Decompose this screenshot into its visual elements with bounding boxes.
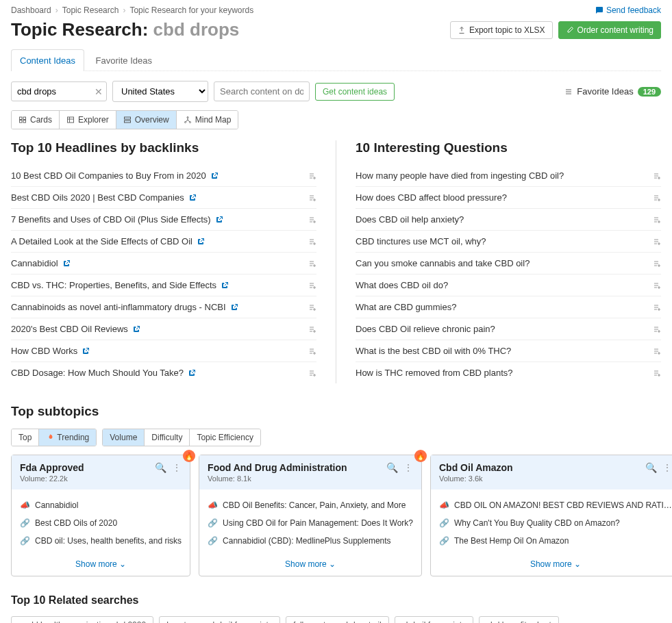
question-text: How many people have died from ingesting… <box>356 170 564 181</box>
more-icon[interactable]: ⋮ <box>662 462 672 473</box>
add-to-list-icon[interactable] <box>308 194 316 202</box>
related-search-chip[interactable]: cbd oil for anxiety <box>395 616 473 623</box>
add-to-list-icon[interactable] <box>308 281 316 290</box>
search-icon[interactable]: 🔍 <box>645 462 657 473</box>
headline-link[interactable]: Cannabinoids as novel anti-inflammatory … <box>11 302 226 312</box>
svg-rect-4 <box>68 117 74 123</box>
card-item[interactable]: 🔗CBD oil: Uses, health benefits, and ris… <box>20 532 182 550</box>
add-to-list-icon[interactable] <box>653 194 661 202</box>
question-item: How many people have died from ingesting… <box>356 165 661 187</box>
related-search-chip[interactable]: cbd benefits chart <box>479 616 559 623</box>
card-title: Cbd Oil Amazon <box>439 462 513 473</box>
questions-title: 10 Interesting Questions <box>356 140 661 155</box>
send-feedback-link[interactable]: Send feedback <box>595 5 661 15</box>
question-item: What are CBD gummies? <box>356 296 661 318</box>
megaphone-icon: 📣 <box>439 500 449 510</box>
add-to-list-icon[interactable] <box>653 238 661 246</box>
add-to-list-icon[interactable] <box>653 172 661 180</box>
get-content-ideas-button[interactable]: Get content ideas <box>315 83 395 101</box>
svg-rect-0 <box>20 117 23 120</box>
add-to-list-icon[interactable] <box>308 172 316 180</box>
add-to-list-icon[interactable] <box>308 216 316 224</box>
card-item[interactable]: 📣Cannabidiol <box>20 496 182 514</box>
more-icon[interactable]: ⋮ <box>403 462 413 473</box>
filter-trending[interactable]: Trending <box>39 429 96 446</box>
headline-link[interactable]: 10 Best CBD Oil Companies to Buy From in… <box>11 170 206 181</box>
edit-icon <box>566 26 574 34</box>
crumb-dashboard[interactable]: Dashboard <box>11 5 51 15</box>
add-to-list-icon[interactable] <box>653 347 661 355</box>
headline-item: A Detailed Look at the Side Effects of C… <box>11 231 316 253</box>
svg-rect-1 <box>23 117 26 120</box>
headline-item: CBD vs. THC: Properties, Benefits, and S… <box>11 275 316 296</box>
related-search-chip[interactable]: world health organization cbd 2020 <box>11 616 153 623</box>
headline-link[interactable]: CBD Dosage: How Much Should You Take? <box>11 368 184 378</box>
headline-item: 10 Best CBD Oil Companies to Buy From in… <box>11 165 316 187</box>
question-item: What is the best CBD oil with 0% THC? <box>356 340 661 362</box>
external-link-icon <box>215 216 223 224</box>
show-more-button[interactable]: Show more ⌄ <box>12 554 190 576</box>
link-icon: 🔗 <box>439 518 449 528</box>
question-text: Can you smoke cannabis and take CBD oil? <box>356 258 530 268</box>
tab-content-ideas[interactable]: Content Ideas <box>11 49 84 71</box>
add-to-list-icon[interactable] <box>308 369 316 377</box>
headline-link[interactable]: A Detailed Look at the Side Effects of C… <box>11 236 192 246</box>
add-to-list-icon[interactable] <box>308 238 316 246</box>
more-icon[interactable]: ⋮ <box>172 462 182 473</box>
add-to-list-icon[interactable] <box>653 259 661 268</box>
country-select[interactable]: United States <box>112 81 208 102</box>
view-overview[interactable]: Overview <box>116 111 177 129</box>
headline-link[interactable]: Best CBD Oils 2020 | Best CBD Companies <box>11 192 184 203</box>
filter-volume[interactable]: Volume <box>103 429 145 446</box>
view-explorer[interactable]: Explorer <box>60 111 116 129</box>
filter-efficiency[interactable]: Topic Efficiency <box>190 429 260 446</box>
card-item[interactable]: 📣CBD Oil Benefits: Cancer, Pain, Anxiety… <box>208 496 413 514</box>
related-title: Top 10 Related searches <box>11 594 661 607</box>
svg-point-7 <box>187 117 188 118</box>
add-to-list-icon[interactable] <box>308 259 316 268</box>
link-icon: 🔗 <box>439 536 449 546</box>
card-item[interactable]: 📣CBD OIL ON AMAZON! BEST CBD REVIEWS AND… <box>439 496 672 514</box>
card-item[interactable]: 🔗Using CBD Oil for Pain Management: Does… <box>208 514 413 532</box>
headline-link[interactable]: 7 Benefits and Uses of CBD Oil (Plus Sid… <box>11 214 211 225</box>
clear-keyword-icon[interactable]: ✕ <box>95 86 103 97</box>
add-to-list-icon[interactable] <box>653 303 661 312</box>
card-item[interactable]: 🔗Why Can't You Buy Quality CBD on Amazon… <box>439 514 672 532</box>
add-to-list-icon[interactable] <box>653 216 661 224</box>
headline-link[interactable]: CBD vs. THC: Properties, Benefits, and S… <box>11 280 216 290</box>
related-search-chip[interactable]: full spectrum cbd mct oil <box>286 616 389 623</box>
view-mindmap[interactable]: Mind Map <box>177 111 238 129</box>
domain-search-input[interactable] <box>214 81 310 101</box>
keyword-input[interactable] <box>11 81 107 101</box>
add-to-list-icon[interactable] <box>653 369 661 377</box>
question-item: Does CBD oil help anxiety? <box>356 209 661 231</box>
external-link-icon <box>197 238 205 246</box>
add-to-list-icon[interactable] <box>308 347 316 355</box>
filter-top[interactable]: Top <box>12 429 39 446</box>
card-item[interactable]: 🔗Best CBD Oils of 2020 <box>20 514 182 532</box>
headline-link[interactable]: 2020's Best CBD Oil Reviews <box>11 324 128 334</box>
show-more-button[interactable]: Show more ⌄ <box>431 554 672 576</box>
link-icon: 🔗 <box>20 536 29 546</box>
subtopic-card: 🔥Cbd Oil AmazonVolume: 3.6k🔍⋮📣CBD OIL ON… <box>430 455 672 576</box>
card-item[interactable]: 🔗Cannabidiol (CBD): MedlinePlus Suppleme… <box>208 532 413 550</box>
search-icon[interactable]: 🔍 <box>155 462 166 473</box>
view-cards[interactable]: Cards <box>12 111 60 129</box>
add-to-list-icon[interactable] <box>308 325 316 333</box>
related-search-chip[interactable]: how to use cbd oil for anxiety <box>159 616 280 623</box>
add-to-list-icon[interactable] <box>308 303 316 312</box>
add-to-list-icon[interactable] <box>653 325 661 333</box>
crumb-topic-research[interactable]: Topic Research <box>62 5 119 15</box>
add-to-list-icon[interactable] <box>653 281 661 290</box>
question-text: How does CBD affect blood pressure? <box>356 192 507 203</box>
card-item[interactable]: 🔗The Best Hemp Oil On Amazon <box>439 532 672 550</box>
tab-favorite-ideas[interactable]: Favorite Ideas <box>87 49 161 71</box>
favorite-ideas-link[interactable]: Favorite Ideas 129 <box>564 86 661 97</box>
order-content-button[interactable]: Order content writing <box>558 21 661 39</box>
headline-link[interactable]: Cannabidiol <box>11 258 58 268</box>
filter-difficulty[interactable]: Difficulty <box>145 429 190 446</box>
export-xlsx-button[interactable]: Export topic to XLSX <box>450 21 553 39</box>
search-icon[interactable]: 🔍 <box>386 462 398 473</box>
headline-link[interactable]: How CBD Works <box>11 346 77 356</box>
show-more-button[interactable]: Show more ⌄ <box>199 554 421 576</box>
